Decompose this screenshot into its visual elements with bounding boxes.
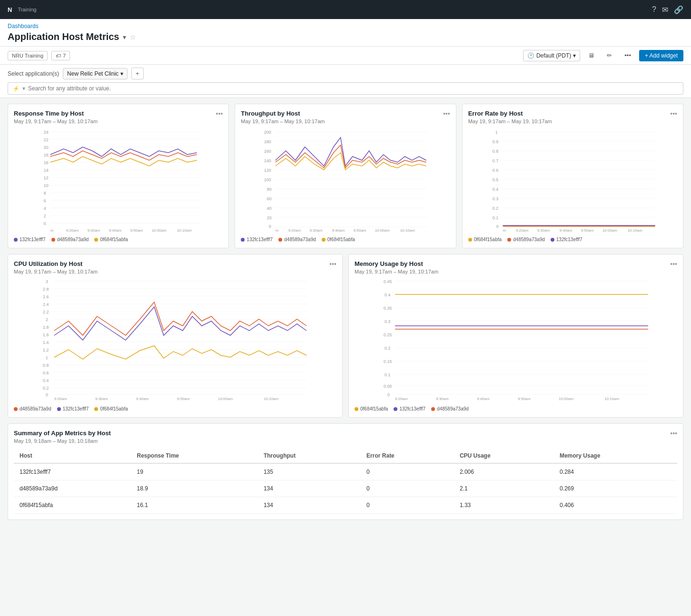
svg-text:9:30am: 9:30am [88,228,100,233]
svg-text:0.4: 0.4 [43,378,49,383]
svg-text:10:10am: 10:10am [400,228,415,233]
svg-text:9:50am: 9:50am [130,228,143,233]
app-select-dropdown[interactable]: New Relic Pet Clinic ▾ [63,68,128,79]
svg-text:120: 120 [264,168,271,173]
filter-bar: Select application(s) New Relic Pet Clin… [0,65,691,98]
svg-text:9:20am: 9:20am [515,228,528,233]
svg-text:10:00am: 10:00am [375,228,390,233]
svg-text:1.6: 1.6 [43,332,49,337]
legend-item-0f68: 0f684f15abfa [322,237,355,242]
table-row: d48589a73a9d 18.9 134 0 2.1 0.269 [14,480,677,497]
svg-text:10:00am: 10:00am [602,228,617,233]
breadcrumb[interactable]: Dashboards [8,23,683,29]
legend-item-d485: d48589a73a9d [14,406,51,411]
filter-input[interactable] [28,85,171,92]
svg-text:0.9: 0.9 [492,139,498,144]
mail-icon[interactable]: ✉ [662,5,668,14]
table-row: 132fc13efff7 19 135 0 2.006 0.284 [14,463,677,480]
svg-text:0.6: 0.6 [492,168,498,173]
error-rate-chart: Error Rate by Host ••• May 19, 9:17am – … [462,104,683,248]
legend-item-0f68: 0f684f15abfa [468,237,502,242]
chart-header: CPU Utilization by Host ••• [14,260,336,268]
app-select-row: Select application(s) New Relic Pet Clin… [8,68,683,79]
table-row: 0f684f15abfa 16.1 134 0 1.33 0.406 [14,497,677,514]
more-options-icon[interactable]: ••• [620,49,635,61]
svg-text:200: 200 [264,130,271,135]
svg-text:9:50am: 9:50am [177,397,190,401]
legend-item-d485: d48589a73a9d [51,237,89,242]
chart-header: Memory Usage by Host ••• [355,260,677,268]
legend-item-132fc: 132fc13efff7 [14,237,46,242]
chart-header: Response Time by Host ••• [14,110,223,117]
svg-text:9:40am: 9:40am [477,397,490,401]
svg-text:14: 14 [44,168,49,173]
link-icon[interactable]: 🔗 [674,5,683,14]
chart-subtitle: May 19, 9:17am – May 19, 10:17am [14,118,223,124]
nav-training: Training [18,7,36,12]
top-nav: N Training ? ✉ 🔗 [0,0,691,19]
svg-text:9:30am: 9:30am [95,397,108,401]
svg-text:9:30am: 9:30am [537,228,550,233]
edit-icon[interactable]: ✏ [602,49,616,61]
app-select-chevron: ▾ [120,70,123,77]
svg-text:10:00am: 10:00am [218,397,233,401]
chart-menu-icon[interactable]: ••• [670,260,677,268]
cell-host: 132fc13efff7 [14,463,131,480]
title-row: Application Host Metrics ▾ ☆ [8,31,683,42]
svg-text:2: 2 [46,317,48,322]
filter-icon: ⚡ [13,86,20,92]
svg-text:24: 24 [44,130,49,135]
svg-text:0.3: 0.3 [492,196,498,201]
svg-text:16: 16 [44,160,49,165]
chart-title: Error Rate by Host [468,110,523,117]
favorite-icon[interactable]: ☆ [130,33,136,41]
time-label: Default (PDT) [536,52,571,59]
svg-text:8: 8 [44,191,46,196]
nru-training-badge[interactable]: NRU Training [8,51,48,60]
tag-badge[interactable]: 🏷 7 [51,51,70,60]
svg-text:m: m [276,228,279,233]
help-icon[interactable]: ? [652,5,656,14]
chart-subtitle: May 19, 9:17am – May 19, 10:17am [241,118,450,124]
filter-input-row[interactable]: ⚡ ▾ [8,82,683,95]
filter-chevron-icon[interactable]: ▾ [22,85,25,92]
svg-text:0.1: 0.1 [492,215,498,220]
svg-text:9:40am: 9:40am [136,397,149,401]
table-menu-icon[interactable]: ••• [670,430,677,437]
cell-error-rate: 0 [361,497,454,514]
svg-text:20: 20 [44,145,49,150]
throughput-svg-area: 200 180 160 140 120 100 80 60 40 20 0 [241,128,450,234]
chart-menu-icon[interactable]: ••• [216,110,223,117]
svg-text:2.4: 2.4 [43,302,49,307]
cell-host: 0f684f15abfa [14,497,131,514]
cell-response-time: 18.9 [131,480,258,497]
chart-subtitle: May 19, 9:17am – May 19, 10:17am [14,269,336,274]
top-charts-row: Response Time by Host ••• May 19, 9:17am… [8,104,683,248]
cell-cpu-usage: 2.006 [454,463,554,480]
time-selector[interactable]: 🕐 Default (PDT) ▾ [523,50,580,61]
svg-text:0.7: 0.7 [492,158,498,163]
svg-text:0.8: 0.8 [43,363,49,368]
svg-text:9:20am: 9:20am [288,228,301,233]
tag-icon: 🏷 [56,53,61,59]
legend-item-0f68: 0f684f15abfa [94,406,128,411]
toolbar: NRU Training 🏷 7 🕐 Default (PDT) ▾ 🖥 ✏ •… [0,47,691,65]
add-widget-button[interactable]: + Add widget [639,50,683,61]
add-filter-button[interactable]: + [131,68,144,79]
cell-memory-usage: 0.406 [554,497,677,514]
table-body: 132fc13efff7 19 135 0 2.006 0.284 d48589… [14,463,677,514]
cell-host: d48589a73a9d [14,480,131,497]
chart-menu-icon[interactable]: ••• [670,110,677,117]
svg-text:0.15: 0.15 [384,359,392,364]
legend-item-d485: d48589a73a9d [278,237,316,242]
chart-menu-icon[interactable]: ••• [443,110,450,117]
page-title: Application Host Metrics [8,31,119,42]
svg-text:0: 0 [496,224,498,229]
svg-text:1.2: 1.2 [43,348,49,352]
monitor-icon[interactable]: 🖥 [584,49,599,61]
tag-count: 7 [63,53,66,59]
title-chevron-icon[interactable]: ▾ [123,33,126,41]
svg-text:80: 80 [267,187,272,192]
chart-menu-icon[interactable]: ••• [329,260,336,268]
svg-text:9:40am: 9:40am [109,228,122,233]
